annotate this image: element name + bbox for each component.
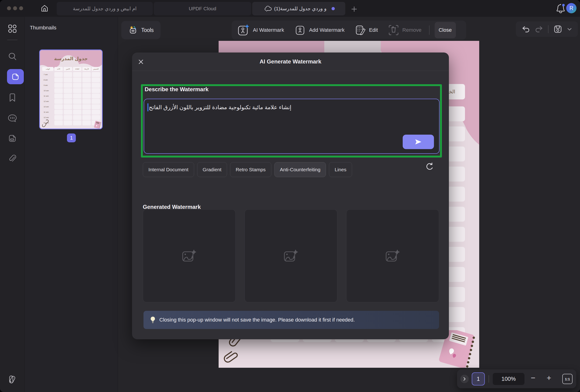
thumbnail-schedule-cell (82, 94, 91, 99)
tab-updf-cloud[interactable]: UPDF Cloud (154, 2, 251, 15)
bell-icon[interactable] (556, 3, 566, 13)
current-page-value: 1 (477, 376, 480, 382)
style-chip[interactable]: Internal Document (143, 162, 194, 177)
thumbnail-schedule-cell (54, 121, 63, 125)
attachment-icon[interactable] (7, 154, 17, 164)
tools-label: Tools (141, 27, 154, 33)
style-chip[interactable]: Lines (329, 162, 352, 177)
apps-grid-icon[interactable] (7, 24, 17, 34)
thumbnail-day-header: الوقت (42, 67, 53, 71)
generated-watermark-placeholder[interactable] (346, 209, 439, 302)
edit-watermark-button[interactable]: Edit (355, 24, 378, 36)
generated-watermark-cards (143, 209, 439, 302)
image-placeholder-icon (182, 249, 197, 263)
thumbnail-schedule-cell (64, 121, 72, 125)
tab-label: UPDF Cloud (189, 6, 216, 11)
describe-watermark-label: Describe the Watermark (145, 86, 209, 93)
tab-document-active[interactable]: و وردي جدول للمدرسة(1) (252, 2, 345, 15)
next-page-button[interactable] (460, 375, 469, 383)
tab-document-1[interactable]: ام ابيض و وردي جدول للمدرسة (57, 2, 153, 15)
prompt-text-row: إنشاء علامة مائية تكنولوجية مضادة للتزوي… (147, 103, 291, 111)
comments-icon[interactable] (7, 113, 17, 123)
thumbnail-schedule-cell (92, 88, 100, 93)
cloud-icon (264, 5, 272, 12)
generated-watermark-placeholder[interactable] (245, 209, 337, 302)
style-chip[interactable]: Gradient (197, 162, 227, 177)
save-options-chevron-icon[interactable] (567, 27, 572, 31)
page-edit-icon[interactable] (7, 133, 17, 143)
thumbnail-schedule-cell (92, 99, 100, 104)
bookmark-icon[interactable] (7, 93, 17, 103)
save-icon[interactable] (554, 25, 562, 33)
minimize-window-button[interactable] (13, 6, 17, 10)
zoom-out-button[interactable]: − (531, 373, 535, 383)
ai-watermark-button[interactable]: AI Watermark (237, 24, 284, 36)
thumbnail-schedule-cell (92, 115, 100, 120)
home-icon[interactable] (41, 4, 48, 12)
close-window-button[interactable] (7, 6, 11, 10)
maximize-window-button[interactable] (19, 6, 23, 10)
thumbnail-page-title: جدول المدرسة (40, 56, 102, 61)
search-icon[interactable] (7, 52, 17, 61)
sidebar-item-thumbnails[interactable] (7, 69, 24, 84)
thumbnail-time-label: 10 am (42, 104, 53, 109)
thumbnail-day-header: الأحد (54, 67, 63, 71)
page-number: 1 (70, 135, 73, 141)
thumbnail-paperclips (41, 119, 50, 129)
thumbnail-schedule-cell (73, 99, 81, 104)
page-thumbnail[interactable]: جدول المدرسة الوقتالأحدالاثنينالثلاثاءال… (39, 49, 103, 129)
send-button[interactable] (403, 135, 434, 149)
zoom-level-display[interactable]: 100% (493, 373, 525, 385)
tools-button[interactable]: Tools (121, 21, 160, 39)
redo-icon[interactable] (535, 26, 543, 33)
thumbnail-day-header: الخميس (92, 67, 100, 71)
watermark-prompt-input[interactable]: إنشاء علامة مائية تكنولوجية مضادة للتزوي… (144, 99, 439, 154)
undo-icon[interactable] (522, 26, 530, 33)
style-chip[interactable]: Anti-Counterfeiting (274, 162, 326, 177)
actual-size-button[interactable]: 1:1 (562, 374, 573, 384)
remove-watermark-button[interactable]: Remove (388, 24, 422, 36)
add-watermark-button[interactable]: Add Watermark (294, 24, 345, 36)
thumbnail-schedule-cell (54, 99, 63, 104)
thumbnail-schedule-cell (54, 104, 63, 109)
thumbnail-notebook (94, 121, 102, 129)
ai-generate-watermark-modal: AI Generate Watermark Describe the Water… (132, 52, 449, 339)
reader-mode-icon[interactable] (7, 375, 17, 384)
fit-label: 1:1 (565, 377, 570, 381)
lightbulb-icon (150, 316, 156, 323)
thumbnail-schedule-cell (54, 110, 63, 115)
thumbnail-schedule-cell (82, 121, 91, 125)
close-label: Close (438, 27, 452, 33)
zoom-level-value: 100% (501, 376, 516, 382)
text-caret (147, 103, 148, 111)
modal-close-icon[interactable] (138, 59, 144, 65)
thumbnail-schedule-cell (73, 110, 81, 115)
style-chip[interactable]: Retro Stamps (230, 162, 271, 177)
avatar[interactable]: R (566, 3, 577, 13)
style-chips-row: Internal DocumentGradientRetro StampsAnt… (143, 162, 352, 177)
current-page-input[interactable]: 1 (472, 372, 485, 386)
thumbnail-schedule-cell (73, 121, 81, 125)
thumbnail-schedule-cell (64, 94, 72, 99)
thumbnail-time-label: 11 am (42, 110, 53, 115)
zoom-in-button[interactable]: + (547, 373, 551, 383)
thumbnail-schedule-cell (64, 104, 72, 109)
thumbnail-schedule-cell (73, 88, 81, 93)
thumbnail-schedule-cell (82, 99, 91, 104)
sidebar-divider (7, 40, 17, 40)
page-number-badge[interactable]: 1 (67, 133, 76, 142)
refresh-icon[interactable] (425, 162, 434, 171)
add-watermark-label: Add Watermark (309, 27, 345, 33)
thumbnail-schedule-cell (73, 94, 81, 99)
close-button[interactable]: Close (435, 22, 456, 38)
thumbnail-schedule-cell (73, 83, 81, 88)
new-tab-icon[interactable] (351, 6, 357, 12)
thumbnails-panel: Thumbnails جدول المدرسة الوقتالأحدالاثني… (25, 17, 118, 392)
thumbnail-schedule-cell (82, 110, 91, 115)
history-bar (516, 21, 578, 37)
thumbnail-schedule-cell (64, 110, 72, 115)
generated-watermark-placeholder[interactable] (143, 209, 236, 302)
thumbnail-schedule-cell (92, 77, 100, 82)
thumbnail-time-label: 9 am (42, 83, 53, 88)
image-placeholder-icon (284, 249, 298, 263)
